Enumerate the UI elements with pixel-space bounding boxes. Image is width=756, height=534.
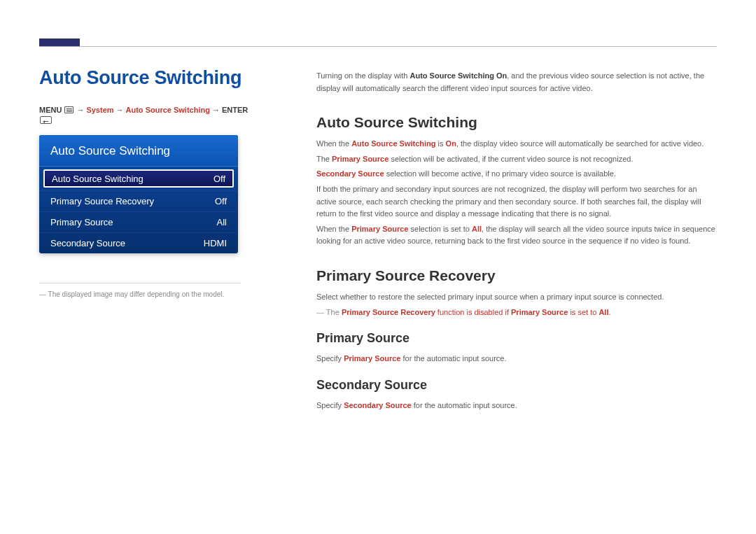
s1-p4: If both the primary and secondary input … <box>316 183 719 220</box>
left-divider <box>39 283 241 283</box>
text-fragment: When the <box>316 139 351 148</box>
left-column: Auto Source Switching MENU → System → Au… <box>39 67 263 298</box>
text-fragment: selection will become active, if no prim… <box>384 169 616 178</box>
text-fragment: function is disabled if <box>435 308 511 316</box>
s1-p1: When the Auto Source Switching is On, th… <box>316 138 719 150</box>
menu-icon <box>64 106 74 113</box>
s1-p5: When the Primary Source selection is set… <box>316 223 719 248</box>
text-emphasis: Secondary Source <box>316 169 384 178</box>
text-fragment: When the <box>316 225 351 233</box>
section-heading-secondary-source: Secondary Source <box>316 378 719 393</box>
s1-p3: Secondary Source selection will become a… <box>316 168 719 181</box>
right-column: Turning on the display with Auto Source … <box>316 70 719 412</box>
s3-p1: Specify Primary Source for the automatic… <box>316 353 719 365</box>
text-fragment: for the automatic input source. <box>412 401 517 409</box>
osd-menu-title: Auto Source Switching <box>39 135 238 167</box>
text-fragment: is <box>436 139 446 148</box>
s1-p2: The Primary Source selection will be act… <box>316 153 719 166</box>
s2-p1: Select whether to restore the selected p… <box>316 291 719 304</box>
text-fragment: Specify <box>316 354 344 363</box>
crumb-menu: MENU <box>39 106 62 114</box>
text-fragment: is set to <box>568 308 598 316</box>
osd-menu-panel: Auto Source Switching Auto Source Switch… <box>39 135 238 253</box>
osd-row-auto-source-switching[interactable]: Auto Source Switching Off <box>43 169 234 188</box>
text-emphasis: Primary Source <box>344 354 400 363</box>
text-fragment: Turning on the display with <box>316 71 410 80</box>
text-emphasis: On <box>446 139 456 148</box>
crumb-arrow: → <box>212 106 220 114</box>
text-fragment: selection is set to <box>408 225 472 233</box>
osd-row-value: HDMI <box>204 238 227 248</box>
text-emphasis: Secondary Source <box>344 401 412 409</box>
crumb-auto-source: Auto Source Switching <box>126 106 210 114</box>
text-fragment: , the display video source will automati… <box>456 139 704 148</box>
top-horizontal-rule <box>39 46 717 47</box>
osd-row-primary-source[interactable]: Primary Source All <box>39 211 238 232</box>
text-fragment: for the automatic input source. <box>400 354 506 363</box>
intro-paragraph: Turning on the display with Auto Source … <box>316 70 719 94</box>
model-footnote: The displayed image may differ depending… <box>39 290 249 298</box>
enter-icon <box>40 116 52 124</box>
text-emphasis: Auto Source Switching <box>351 139 435 148</box>
text-fragment: The <box>326 308 342 316</box>
osd-row-primary-source-recovery[interactable]: Primary Source Recovery Off <box>39 190 238 211</box>
crumb-arrow: → <box>76 106 84 114</box>
text-emphasis: All <box>598 308 608 316</box>
s4-p1: Specify Secondary Source for the automat… <box>316 400 719 412</box>
osd-row-label: Auto Source Switching <box>52 174 144 184</box>
osd-row-value: Off <box>214 174 225 184</box>
text-fragment: . <box>608 308 610 316</box>
osd-row-label: Secondary Source <box>50 238 125 248</box>
top-tab-marker <box>39 38 80 46</box>
text-emphasis: Auto Source Switching On <box>410 71 507 80</box>
text-emphasis: Primary Source Recovery <box>342 308 435 316</box>
breadcrumb: MENU → System → Auto Source Switching → … <box>39 106 263 124</box>
section-heading-primary-source: Primary Source <box>316 331 719 346</box>
text-fragment: Specify <box>316 401 344 409</box>
page-title: Auto Source Switching <box>39 67 263 89</box>
crumb-arrow: → <box>116 106 124 114</box>
crumb-system: System <box>86 106 113 114</box>
crumb-enter: ENTER <box>222 106 248 114</box>
osd-row-label: Primary Source <box>50 217 113 227</box>
text-fragment: selection will be activated, if the curr… <box>388 155 633 163</box>
s2-note: The Primary Source Recovery function is … <box>316 307 719 319</box>
osd-row-value: All <box>217 217 227 227</box>
text-emphasis: Primary Source <box>511 308 568 316</box>
osd-row-secondary-source[interactable]: Secondary Source HDMI <box>39 232 238 253</box>
section-heading-auto-source-switching: Auto Source Switching <box>316 114 719 131</box>
text-emphasis: Primary Source <box>332 155 388 163</box>
text-fragment: The <box>316 155 332 163</box>
section-heading-primary-source-recovery: Primary Source Recovery <box>316 267 719 284</box>
text-emphasis: Primary Source <box>351 225 408 233</box>
osd-row-value: Off <box>215 196 227 206</box>
text-emphasis: All <box>472 225 482 233</box>
osd-row-label: Primary Source Recovery <box>50 196 154 206</box>
